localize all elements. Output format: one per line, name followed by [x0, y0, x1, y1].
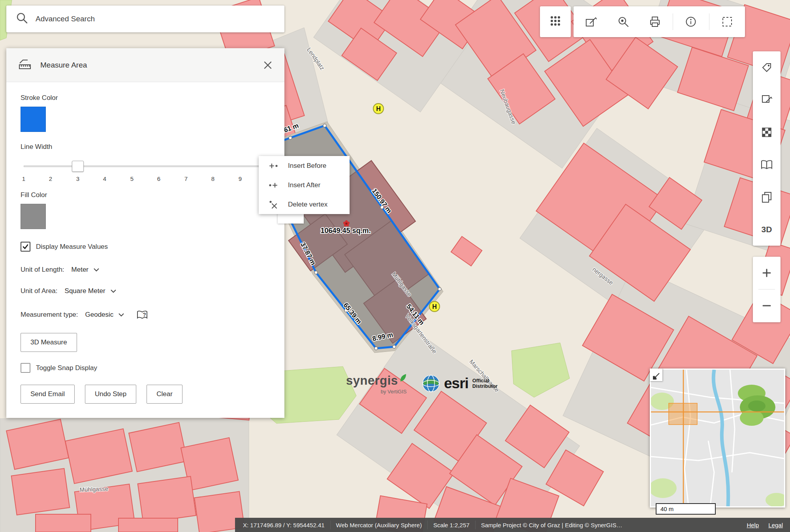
copy-button[interactable] — [753, 181, 781, 213]
scale-readout: Scale 1:2,257 — [428, 522, 475, 528]
vertigis-byline: by VertiGIS — [346, 389, 407, 395]
tick-label: 5 — [127, 175, 137, 182]
tag-icon — [761, 62, 773, 73]
legend-book-button[interactable] — [753, 149, 781, 181]
measurement-type-value: Geodesic — [85, 311, 114, 319]
scale-bar-label: 40 m — [660, 506, 673, 512]
edit-sketch-button[interactable] — [577, 6, 605, 37]
edit-selection-icon — [761, 94, 773, 106]
help-glyph: ? — [143, 312, 146, 318]
unit-of-length-value: Meter — [71, 266, 88, 274]
toolbar-separator — [673, 13, 673, 30]
stroke-color-label: Stroke Color — [21, 94, 270, 102]
menu-item-delete-vertex[interactable]: Delete vertex — [259, 195, 350, 214]
menu-item-insert-after[interactable]: Insert After — [259, 175, 350, 195]
apps-grid-icon — [549, 15, 561, 28]
overview-map[interactable] — [650, 368, 785, 508]
street-label: Mühlgasse — [79, 485, 108, 493]
zoom-search-button[interactable] — [609, 6, 637, 37]
tick-label: 8 — [208, 175, 218, 182]
search-input[interactable]: Advanced Search — [36, 15, 95, 23]
unit-of-area-value: Square Meter — [65, 287, 105, 295]
esri-globe-icon — [422, 374, 440, 393]
coordinates-readout: X: 1717496.89 / Y: 5954452.41 — [237, 522, 330, 528]
vertex-context-menu: Insert Before Insert After Delete vertex — [259, 156, 350, 214]
menu-item-label: Delete vertex — [288, 201, 327, 209]
help-link[interactable]: Help — [747, 522, 759, 528]
tick-label: 2 — [46, 175, 55, 182]
display-measure-values-checkbox[interactable] — [21, 242, 30, 252]
chevron-down-icon — [110, 289, 117, 293]
chevron-down-icon — [118, 313, 124, 317]
slider-track[interactable] — [24, 165, 267, 167]
select-region-button[interactable] — [713, 6, 741, 37]
info-button[interactable] — [677, 6, 705, 37]
zoom-out-button[interactable] — [753, 289, 781, 322]
edit-sketch-icon — [585, 16, 598, 28]
line-width-label: Line Width — [21, 143, 270, 151]
area-label: 10649.45 sq.m. — [320, 227, 371, 235]
tick-label: 6 — [154, 175, 164, 182]
stroke-color-swatch[interactable] — [21, 107, 46, 132]
toggle-snap-checkbox[interactable] — [21, 363, 30, 373]
overview-map-canvas — [651, 370, 784, 506]
menu-item-insert-before[interactable]: Insert Before — [259, 156, 350, 175]
send-email-button[interactable]: Send Email — [21, 385, 75, 404]
unit-of-area-select[interactable]: Square Meter — [65, 287, 117, 295]
panel-header: Measure Area — [6, 48, 284, 82]
transit-stop-marker: H — [429, 301, 440, 312]
map-toolbar — [574, 6, 745, 37]
apps-grid-button[interactable] — [540, 6, 571, 37]
line-width-slider[interactable]: 1 2 3 4 5 6 7 8 9 10 — [24, 160, 270, 184]
toolbar-separator — [709, 13, 709, 30]
3d-measure-button[interactable]: 3D Measure — [21, 333, 77, 352]
synergis-logo: synergis by VertiGIS — [346, 374, 407, 395]
zoom-in-button[interactable] — [753, 257, 781, 289]
esri-tagline: Official Distributor — [472, 378, 507, 389]
legal-link[interactable]: Legal — [768, 522, 783, 528]
slider-ticks: 1 2 3 4 5 6 7 8 9 10 — [24, 175, 267, 183]
edit-selection-button[interactable] — [753, 84, 781, 116]
attribution-text: Sample Project © City of Graz | Editing … — [476, 522, 628, 528]
zoom-toolbar — [753, 257, 781, 322]
svg-text:H: H — [432, 303, 437, 310]
help-book-icon[interactable]: ? — [136, 310, 146, 320]
unit-of-length-select[interactable]: Meter — [71, 266, 100, 274]
chevron-down-icon — [93, 268, 100, 272]
print-button[interactable] — [641, 6, 669, 37]
scale-bar: 40 m — [656, 503, 716, 515]
advanced-search-bar[interactable]: Advanced Search — [6, 6, 284, 32]
unit-of-area-label: Unit of Area: — [21, 287, 58, 295]
display-measure-values-label: Display Measure Values — [36, 243, 108, 251]
undo-step-button[interactable]: Undo Step — [85, 385, 136, 404]
clear-button[interactable]: Clear — [147, 385, 182, 404]
measurement-type-label: Measurement type: — [21, 311, 78, 319]
tick-label: 4 — [100, 175, 109, 182]
measurement-type-select[interactable]: Geodesic — [85, 311, 125, 319]
fill-color-label: Fill Color — [21, 191, 270, 199]
3d-button[interactable]: 3D — [753, 213, 781, 246]
book-icon — [760, 159, 773, 170]
toggle-snap-label: Toggle Snap Display — [36, 364, 97, 372]
esri-logo: esri Official Distributor — [422, 374, 507, 393]
collapse-arrow-icon — [651, 369, 662, 380]
transparency-button[interactable] — [753, 116, 781, 149]
unit-of-length-label: Unit of Length: — [21, 266, 64, 274]
plus-icon — [761, 267, 773, 279]
tick-label: 7 — [181, 175, 191, 182]
magnifier-icon — [617, 16, 629, 28]
tick-label: 1 — [19, 175, 28, 182]
close-icon[interactable] — [263, 60, 273, 70]
slider-handle[interactable] — [72, 161, 84, 172]
info-icon — [685, 16, 697, 28]
inset-collapse-button[interactable] — [650, 368, 662, 381]
tag-button[interactable] — [753, 51, 781, 84]
minus-icon — [761, 300, 773, 312]
marquee-icon — [721, 16, 733, 28]
svg-text:H: H — [376, 105, 381, 112]
measure-area-panel: Measure Area Stroke Color Line Width 1 2… — [6, 48, 284, 418]
delete-vertex-icon — [259, 199, 288, 210]
menu-item-label: Insert Before — [288, 162, 326, 170]
leaf-icon — [400, 374, 407, 382]
fill-color-swatch[interactable] — [21, 204, 46, 229]
